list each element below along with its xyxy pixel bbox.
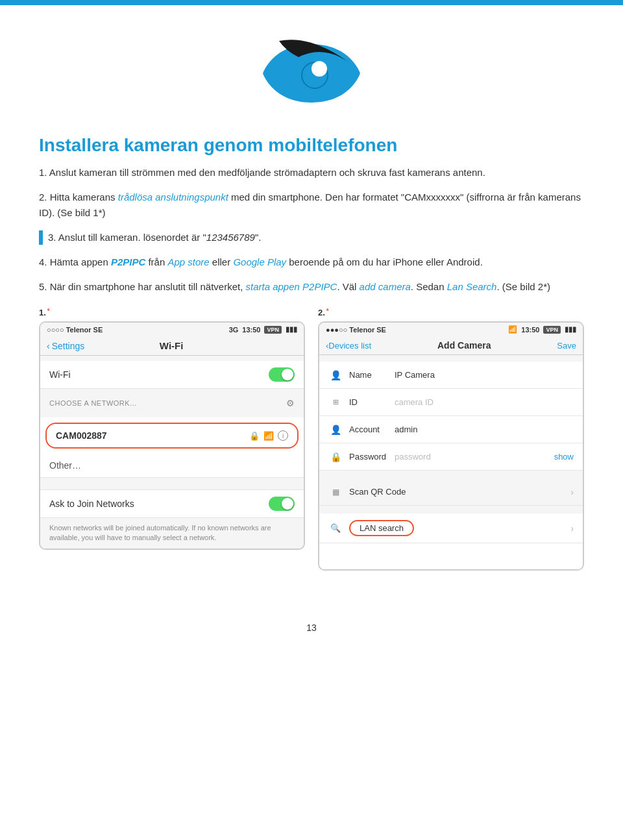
step2-prefix: Hitta kamerans <box>50 191 118 203</box>
screenshot1-mockup: ○○○○ Telenor SE 3G 13:50 VPN ▮▮▮ ‹ Setti… <box>39 321 305 550</box>
form-row-password[interactable]: 🔒 Password password show <box>319 443 583 471</box>
cam-network-name: CAM002887 <box>56 430 107 441</box>
screenshot1-wrapper: 1.* ○○○○ Telenor SE 3G 13:50 VPN ▮▮▮ ‹ <box>39 308 305 550</box>
save-button-nav[interactable]: Save <box>557 341 576 351</box>
vpn-badge-2: VPN <box>543 326 561 334</box>
network-section-header: CHOOSE A NETWORK... ⚙ <box>40 394 304 412</box>
carrier-2: ●●●○○ Telenor SE <box>326 326 386 334</box>
qr-icon: ▦ <box>328 488 343 497</box>
account-label: Account <box>349 425 395 434</box>
step-2-block: 2. Hitta kamerans trådlösa anslutningspu… <box>39 190 584 221</box>
id-label: ID <box>349 397 395 407</box>
logo-container <box>39 31 584 116</box>
ask-join-label: Ask to Join Networks <box>49 499 134 509</box>
lock-icon: 🔒 <box>249 431 260 441</box>
step4-number: 4. <box>39 256 47 267</box>
screenshot2-wrapper: 2.* ●●●○○ Telenor SE 📶 13:50 VPN ▮▮▮ <box>318 308 584 571</box>
show-password-button[interactable]: show <box>554 452 574 462</box>
screenshots-row: 1.* ○○○○ Telenor SE 3G 13:50 VPN ▮▮▮ ‹ <box>39 308 584 571</box>
step5-number: 5. <box>39 281 47 292</box>
id-icon: ⊞ <box>328 398 343 406</box>
step-4-block: 4. Hämta appen P2PIPC från App store ell… <box>39 254 584 270</box>
known-networks-text: Known networks will be joined automatica… <box>40 518 304 549</box>
status-bar-2: ●●●○○ Telenor SE 📶 13:50 VPN ▮▮▮ <box>319 323 583 336</box>
network-1: 3G <box>229 326 239 334</box>
cam-network-icons: 🔒 📶 i <box>249 430 288 441</box>
cam-network-row[interactable]: CAM002887 🔒 📶 i <box>45 423 299 449</box>
nav-title-1: Wi-Fi <box>160 340 184 351</box>
wifi-icon: 📶 <box>263 431 274 441</box>
step4-link1[interactable]: App store <box>167 256 209 267</box>
step4-app1: P2PIPC <box>111 256 145 267</box>
separator-3 <box>319 506 583 513</box>
screenshot2-label: 2.* <box>318 308 584 317</box>
scan-qr-label: Scan QR Code <box>349 487 406 497</box>
step5-link2[interactable]: add camera <box>360 281 411 292</box>
step2-link1[interactable]: trådlösa anslutningspunkt <box>118 191 228 203</box>
form-row-name[interactable]: 👤 Name IP Camera <box>319 362 583 389</box>
step-5-block: 5. När din smartphone har anslutit till … <box>39 279 584 295</box>
account-value: admin <box>395 425 417 434</box>
screenshot1-label: 1.* <box>39 308 305 317</box>
step5-prefix: När din smartphone har anslutit till nät… <box>50 281 246 292</box>
step4-prefix: Hämta appen <box>50 256 111 267</box>
add-camera-title: Add Camera <box>437 340 491 351</box>
step5-middle2: . Sedan <box>411 281 447 292</box>
step-3-block: 3. Anslut till kameran. lösenordet är "1… <box>39 230 584 245</box>
time-1: 13:50 <box>242 326 260 334</box>
vpn-badge-1: VPN <box>264 326 282 334</box>
step2-number: 2. <box>39 191 47 203</box>
step2-paren: (Se bild 1*) <box>57 207 105 218</box>
name-value: IP Camera <box>395 370 435 380</box>
id-placeholder: camera ID <box>395 397 434 407</box>
lan-search-label: LAN search <box>349 520 414 536</box>
lan-search-icon: 🔍 <box>328 523 343 533</box>
step3-prefix: Anslut till kameran. lösenordet är " <box>58 232 206 243</box>
ask-join-toggle[interactable] <box>269 497 295 511</box>
screenshot2-mockup: ●●●○○ Telenor SE 📶 13:50 VPN ▮▮▮ ‹ Devic… <box>318 321 584 571</box>
step-1-block: 1. Anslut kameran till strömmen med den … <box>39 165 584 180</box>
separator-1 <box>40 478 304 489</box>
info-icon: i <box>278 430 288 441</box>
battery-2: ▮▮▮ <box>565 325 576 334</box>
step4-middle1: från <box>145 256 167 267</box>
step4-middle2: eller <box>210 256 234 267</box>
step4-suffix: beroende på om du har iPhone eller Andro… <box>286 256 483 267</box>
step5-link1[interactable]: starta appen P2PIPC <box>246 281 337 292</box>
scan-qr-row[interactable]: ▦ Scan QR Code › <box>319 478 583 506</box>
page-number: 13 <box>0 610 623 639</box>
wifi-toggle[interactable] <box>269 367 295 382</box>
name-label: Name <box>349 370 395 380</box>
step3-suffix: ". <box>255 232 262 243</box>
scan-qr-chevron: › <box>570 487 574 497</box>
step3-password: 123456789 <box>206 232 255 243</box>
ask-join-row: Ask to Join Networks <box>40 489 304 518</box>
battery-1: ▮▮▮ <box>286 325 297 334</box>
time-2: 13:50 <box>521 326 539 334</box>
lan-search-row[interactable]: 🔍 LAN search › <box>319 513 583 543</box>
page-title: Installera kameran genom mobiltelefonen <box>39 135 584 156</box>
name-icon: 👤 <box>328 370 343 380</box>
back-button-1[interactable]: ‹ Settings <box>47 341 84 351</box>
password-icon: 🔒 <box>328 452 343 462</box>
step5-middle: . Väl <box>337 281 359 292</box>
eye-logo <box>260 31 363 116</box>
wifi-label: Wi-Fi <box>49 369 71 380</box>
separator-2 <box>319 471 583 478</box>
step4-link2[interactable]: Google Play <box>233 256 286 267</box>
step1-number: 1. <box>39 167 47 178</box>
account-icon: 👤 <box>328 425 343 435</box>
other-network-row: Other… <box>40 454 304 478</box>
password-placeholder: password <box>395 452 431 462</box>
step3-number: 3. <box>48 232 56 243</box>
step5-link3[interactable]: Lan Search <box>447 281 497 292</box>
devices-back-button[interactable]: ‹ Devices list <box>326 341 371 351</box>
step5-suffix: . (Se bild 2*) <box>496 281 550 292</box>
wifi-signal-2: 📶 <box>508 325 517 334</box>
camera-form: 👤 Name IP Camera ⊞ ID camera ID 👤 Accoun… <box>319 362 583 471</box>
blue-accent-bar <box>39 230 43 245</box>
form-row-account[interactable]: 👤 Account admin <box>319 416 583 443</box>
form-row-id[interactable]: ⊞ ID camera ID <box>319 389 583 416</box>
carrier-1: ○○○○ Telenor SE <box>47 326 103 334</box>
svg-point-2 <box>312 61 327 77</box>
